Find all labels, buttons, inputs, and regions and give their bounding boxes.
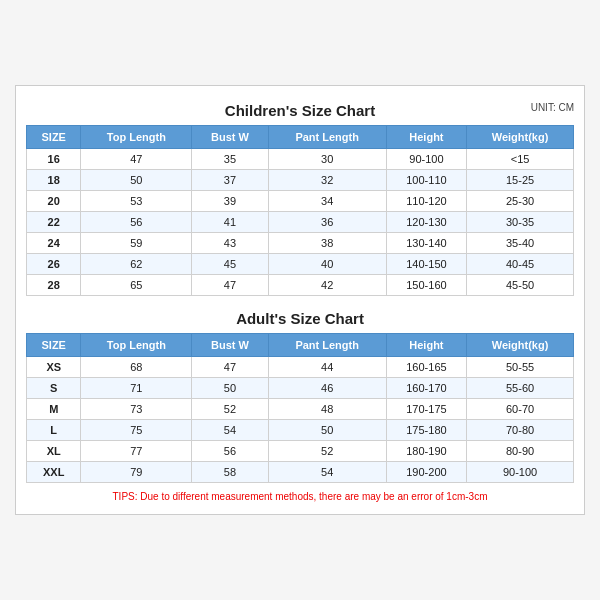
table-row: L755450175-18070-80 [27,420,574,441]
table-cell: 73 [81,399,192,420]
table-cell: 47 [192,357,268,378]
table-cell: 58 [192,462,268,483]
table-cell: 150-160 [386,275,466,296]
table-row: 1647353090-100<15 [27,149,574,170]
table-cell: XL [27,441,81,462]
table-cell: 25-30 [467,191,574,212]
table-cell: 16 [27,149,81,170]
table-cell: 140-150 [386,254,466,275]
table-row: 18503732100-11015-25 [27,170,574,191]
adults-title-text: Adult's Size Chart [236,310,364,327]
table-cell: 59 [81,233,192,254]
table-row: M735248170-17560-70 [27,399,574,420]
adults-col-height: Height [386,334,466,357]
table-cell: 45-50 [467,275,574,296]
table-cell: 90-100 [386,149,466,170]
table-cell: 30 [268,149,386,170]
table-cell: 56 [192,441,268,462]
children-table: SIZE Top Length Bust W Pant Length Heigh… [26,125,574,296]
table-cell: 130-140 [386,233,466,254]
table-cell: 28 [27,275,81,296]
children-header-row: SIZE Top Length Bust W Pant Length Heigh… [27,126,574,149]
table-cell: S [27,378,81,399]
table-cell: XS [27,357,81,378]
table-cell: 18 [27,170,81,191]
table-cell: 30-35 [467,212,574,233]
table-cell: 20 [27,191,81,212]
children-section-title: Children's Size Chart UNIT: CM [26,96,574,121]
table-cell: 52 [268,441,386,462]
table-cell: L [27,420,81,441]
table-cell: 160-170 [386,378,466,399]
table-cell: 190-200 [386,462,466,483]
adults-col-bust-w: Bust W [192,334,268,357]
table-cell: 39 [192,191,268,212]
table-cell: 54 [268,462,386,483]
table-cell: 68 [81,357,192,378]
children-col-bust-w: Bust W [192,126,268,149]
table-cell: 42 [268,275,386,296]
adults-col-top-length: Top Length [81,334,192,357]
table-cell: 53 [81,191,192,212]
children-title-text: Children's Size Chart [225,102,375,119]
table-cell: 175-180 [386,420,466,441]
table-row: 26624540140-15040-45 [27,254,574,275]
children-col-height: Height [386,126,466,149]
table-cell: 40 [268,254,386,275]
table-cell: 41 [192,212,268,233]
children-col-size: SIZE [27,126,81,149]
table-cell: 90-100 [467,462,574,483]
table-cell: 40-45 [467,254,574,275]
table-cell: 56 [81,212,192,233]
table-cell: 110-120 [386,191,466,212]
table-cell: 46 [268,378,386,399]
table-cell: 38 [268,233,386,254]
table-cell: 170-175 [386,399,466,420]
table-cell: 32 [268,170,386,191]
children-col-pant-length: Pant Length [268,126,386,149]
table-cell: 75 [81,420,192,441]
table-row: XL775652180-19080-90 [27,441,574,462]
table-row: XXL795854190-20090-100 [27,462,574,483]
adults-table: SIZE Top Length Bust W Pant Length Heigh… [26,333,574,483]
table-row: XS684744160-16550-55 [27,357,574,378]
adults-col-pant-length: Pant Length [268,334,386,357]
table-cell: 120-130 [386,212,466,233]
table-cell: 35-40 [467,233,574,254]
table-cell: 37 [192,170,268,191]
table-cell: 35 [192,149,268,170]
table-cell: 24 [27,233,81,254]
table-cell: <15 [467,149,574,170]
table-cell: 48 [268,399,386,420]
table-cell: 160-165 [386,357,466,378]
table-cell: 50-55 [467,357,574,378]
table-cell: 15-25 [467,170,574,191]
table-cell: 100-110 [386,170,466,191]
table-cell: 36 [268,212,386,233]
table-cell: 70-80 [467,420,574,441]
children-col-weight: Weight(kg) [467,126,574,149]
children-col-top-length: Top Length [81,126,192,149]
adults-section-title: Adult's Size Chart [26,304,574,329]
unit-label: UNIT: CM [531,102,574,113]
section-gap [26,296,574,304]
table-row: S715046160-17055-60 [27,378,574,399]
adults-table-body: XS684744160-16550-55S715046160-17055-60M… [27,357,574,483]
table-cell: 47 [81,149,192,170]
table-cell: 71 [81,378,192,399]
table-cell: 43 [192,233,268,254]
adults-header-row: SIZE Top Length Bust W Pant Length Heigh… [27,334,574,357]
adults-col-size: SIZE [27,334,81,357]
adults-col-weight: Weight(kg) [467,334,574,357]
table-row: 22564136120-13030-35 [27,212,574,233]
table-row: 28654742150-16045-50 [27,275,574,296]
table-cell: 34 [268,191,386,212]
table-cell: 50 [81,170,192,191]
table-cell: 79 [81,462,192,483]
chart-container: Children's Size Chart UNIT: CM SIZE Top … [15,85,585,515]
table-cell: 60-70 [467,399,574,420]
tips-text: TIPS: Due to different measurement metho… [26,489,574,504]
table-cell: 26 [27,254,81,275]
table-cell: 55-60 [467,378,574,399]
table-cell: 62 [81,254,192,275]
